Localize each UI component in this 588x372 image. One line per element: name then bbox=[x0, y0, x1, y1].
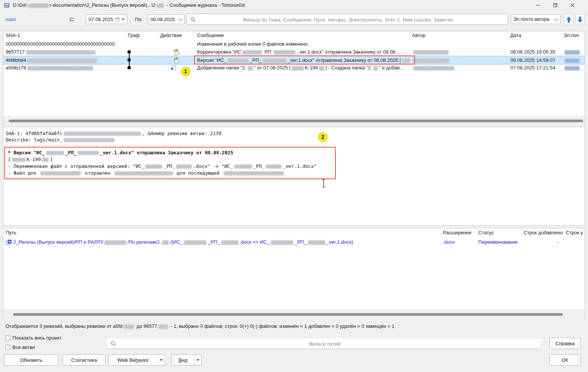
message-cell: Корректировка "ИС РП , ver.1.docx" отпра… bbox=[195, 48, 410, 56]
view-button-label: Вид bbox=[172, 355, 194, 365]
chevron-down-icon bbox=[160, 359, 163, 361]
to-date-dropdown-icon bbox=[178, 17, 182, 21]
ok-button-label: OK bbox=[562, 357, 569, 363]
text-cursor-icon bbox=[321, 179, 326, 189]
refresh-button[interactable]: Обновить bbox=[4, 354, 59, 366]
column-header-message[interactable]: Сообщение bbox=[195, 31, 410, 40]
graph-node bbox=[127, 58, 131, 61]
from-date-dropdown-icon bbox=[122, 18, 125, 20]
changed-files-panel: Путь Расширение Статус Строк добавлено С… bbox=[3, 228, 585, 319]
search-icon bbox=[190, 16, 196, 24]
ok-button[interactable]: OK bbox=[550, 354, 580, 366]
modified-action-icon bbox=[173, 57, 180, 63]
calendar-icon bbox=[115, 17, 119, 22]
toolbar: main С: 07.08.2025 По: 08.08.2025 Эл.поч… bbox=[0, 11, 588, 30]
actions-cell bbox=[158, 56, 195, 64]
column-header-date[interactable]: Дата bbox=[508, 31, 561, 40]
from-date-picker[interactable]: 07.08.2025 bbox=[86, 14, 127, 24]
from-label: С: bbox=[70, 17, 75, 22]
help-button[interactable]: Справка bbox=[550, 338, 580, 349]
graph-node bbox=[127, 66, 131, 69]
email-cell bbox=[561, 40, 585, 48]
close-icon bbox=[570, 3, 575, 8]
column-header-graph[interactable]: Граф bbox=[126, 31, 158, 40]
actions-cell bbox=[158, 40, 195, 48]
commit-message-line: * Версия "ИС__РП__ver.1.docx" отправлена… bbox=[8, 149, 332, 156]
chevron-down-icon bbox=[196, 359, 199, 361]
all-branches-option[interactable]: Все ветви bbox=[5, 344, 35, 350]
date-cell: 07.08.2025 17:21:54 bbox=[508, 64, 561, 72]
files-hscrollbar-track[interactable] bbox=[3, 310, 585, 319]
show-whole-project-option[interactable]: Показать весь проект bbox=[5, 335, 61, 341]
walk-behavior-button[interactable]: Walk Behavior bbox=[108, 354, 165, 366]
author-cell bbox=[410, 56, 508, 64]
renamed-file-icon bbox=[6, 239, 12, 248]
log-row-working-copy[interactable]: 0000000000000000000000000000000000000000… bbox=[3, 40, 585, 48]
sha-cell: 4fd6bfaf4 bbox=[3, 56, 126, 64]
refresh-button-label: Обновить bbox=[20, 357, 43, 363]
email-author-combo[interactable]: Эл.почта автора: bbox=[511, 14, 560, 24]
author-cell bbox=[410, 48, 508, 56]
chevron-down-icon bbox=[554, 17, 558, 21]
column-header-actions[interactable]: Действия bbox=[158, 31, 195, 40]
log-filter-input[interactable] bbox=[198, 14, 498, 25]
author-cell bbox=[410, 40, 508, 48]
to-date-picker[interactable]: 08.08.2025 bbox=[148, 14, 185, 24]
restore-button[interactable] bbox=[547, 0, 564, 11]
arrow-down-icon bbox=[577, 16, 583, 23]
show-whole-project-label: Показать весь проект bbox=[12, 335, 61, 341]
message-cell: Версия "ИС__РП__ver.1.docx" отправлена З… bbox=[195, 56, 410, 64]
log-filter-box bbox=[187, 14, 508, 25]
email-cell bbox=[561, 56, 585, 64]
all-branches-checkbox[interactable] bbox=[5, 345, 10, 350]
graph-cell bbox=[126, 40, 158, 48]
added-action-icon bbox=[170, 65, 177, 71]
navigate-down-button[interactable] bbox=[575, 14, 585, 25]
status-line: Отображается 3 ревизий, выбраны ревизии … bbox=[5, 323, 394, 329]
navigate-up-button[interactable] bbox=[564, 14, 573, 25]
restore-icon bbox=[553, 3, 557, 8]
column-header-email[interactable]: Эл.поч bbox=[561, 31, 585, 40]
app-icon bbox=[4, 2, 10, 8]
sha-cell: 0000000000000000000000000000000000000000 bbox=[3, 40, 126, 48]
log-row-a5fdb178[interactable]: a5fdb178 Добавление папки "2." от 07.08.… bbox=[3, 64, 585, 72]
file-column-header-extension[interactable]: Расширение bbox=[441, 228, 476, 237]
commit-message-line: [K-199] bbox=[8, 156, 332, 163]
file-column-header-lines-added[interactable]: Строк добавлено bbox=[521, 228, 564, 237]
log-hscrollbar-thumb[interactable] bbox=[9, 120, 583, 122]
minimize-icon bbox=[536, 3, 540, 8]
path-filter-input[interactable] bbox=[118, 338, 531, 349]
file-column-header-path[interactable]: Путь bbox=[3, 228, 441, 237]
log-hscrollbar-track[interactable] bbox=[3, 117, 585, 125]
log-row-4fd6bfaf-selected[interactable]: 4fd6bfaf4 Версия "ИС__РП__ver.1.docx" от… bbox=[3, 56, 585, 65]
from-date-value: 07.08.2025 bbox=[89, 17, 113, 22]
detail-describe-line: Describe: tags/main_ bbox=[6, 137, 116, 143]
statistics-button[interactable]: Статистика bbox=[63, 354, 106, 366]
walk-behavior-dropdown[interactable] bbox=[158, 355, 165, 365]
branch-link[interactable]: main bbox=[5, 17, 16, 22]
column-header-author[interactable]: Автор bbox=[410, 31, 508, 40]
column-header-sha1[interactable]: SHA-1 bbox=[3, 31, 126, 40]
modified-action-icon bbox=[173, 49, 180, 55]
close-button[interactable] bbox=[564, 0, 581, 11]
show-whole-project-checkbox[interactable] bbox=[5, 335, 10, 340]
file-path: 2_Релизы (Выпуск версий)/РП и РА/РП//По … bbox=[13, 238, 435, 246]
file-row[interactable]: 2_Релизы (Выпуск версий)/РП и РА/РП//По … bbox=[3, 238, 585, 246]
email-cell bbox=[561, 64, 585, 72]
graph-node bbox=[127, 50, 131, 54]
detail-sha-line: SHA-1: 4fd6bfaf4a6fc, &Номер ревизии вет… bbox=[6, 130, 221, 137]
view-button[interactable]: Вид bbox=[172, 354, 202, 366]
minimize-button[interactable] bbox=[529, 0, 547, 11]
email-cell bbox=[561, 48, 585, 56]
log-row-9657717[interactable]: 9657717 Корректировка "ИС РП , ver.1.doc… bbox=[3, 48, 585, 56]
actions-cell bbox=[158, 48, 195, 56]
to-label: По: bbox=[135, 17, 142, 22]
commit-message-line: - Переименован файл с отправленной верси… bbox=[8, 163, 332, 170]
walk-behavior-label: Walk Behavior bbox=[109, 355, 158, 365]
view-dropdown[interactable] bbox=[194, 355, 201, 365]
files-hscrollbar-thumb[interactable] bbox=[13, 313, 563, 316]
file-column-header-lines-removed[interactable]: Строк у bbox=[564, 228, 585, 237]
help-button-label: Справка bbox=[556, 341, 575, 346]
commit-message-panel[interactable]: SHA-1: 4fd6bfaf4a6fc, &Номер ревизии вет… bbox=[3, 127, 585, 226]
file-column-header-status[interactable]: Статус bbox=[476, 228, 521, 237]
